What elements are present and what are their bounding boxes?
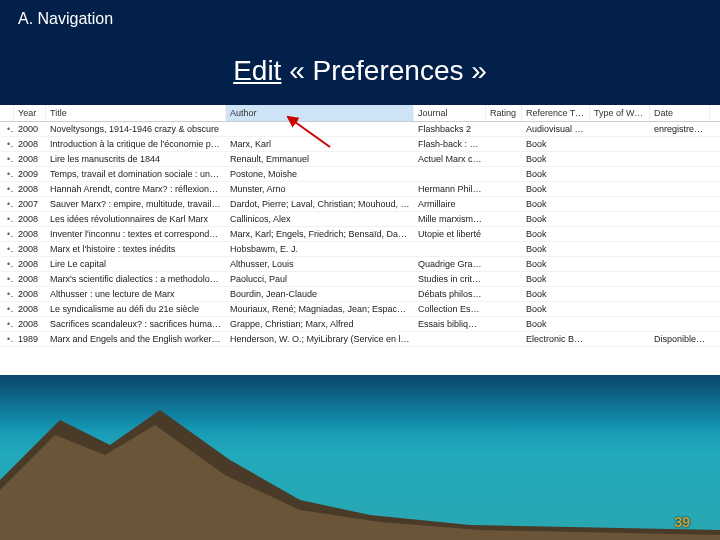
cell-author: Mouriaux, René; Magniadas, Jean; Espaces…	[226, 303, 414, 315]
cell-date	[650, 278, 710, 280]
table-row[interactable]: 2008Les idées révolutionnaires de Karl M…	[0, 212, 720, 227]
section-label: A. Navigation	[18, 10, 113, 28]
cell-typeofwork	[590, 293, 650, 295]
cell-reftype: Book	[522, 273, 590, 285]
cell-rating	[486, 338, 522, 340]
row-bullet	[0, 213, 14, 225]
table-row[interactable]: 2008Lire Le capitalAlthusser, LouisQuadr…	[0, 257, 720, 272]
cell-year: 2008	[14, 318, 46, 330]
cell-reftype: Book	[522, 243, 590, 255]
cell-typeofwork	[590, 128, 650, 130]
cell-rating	[486, 263, 522, 265]
cell-typeofwork	[590, 143, 650, 145]
col-typeofwork[interactable]: Type of Work	[590, 105, 650, 121]
cell-reftype: Book	[522, 228, 590, 240]
cell-year: 2009	[14, 168, 46, 180]
col-year[interactable]: Year	[14, 105, 46, 121]
cell-journal: Flashbacks 2	[414, 123, 486, 135]
cell-typeofwork	[590, 263, 650, 265]
cell-reftype: Book	[522, 138, 590, 150]
cell-reftype: Audiovisual Ma...	[522, 123, 590, 135]
cell-year: 2008	[14, 228, 46, 240]
cell-title: Marx et l'histoire : textes inédits	[46, 243, 226, 255]
cell-journal: Utopie et liberté	[414, 228, 486, 240]
cell-author: Hobsbawm, E. J.	[226, 243, 414, 255]
table-row[interactable]: 2008Lire les manuscrits de 1844Renault, …	[0, 152, 720, 167]
reference-table: Year Title Author Journal Rating Referen…	[0, 105, 720, 375]
table-row[interactable]: 2009Temps, travail et domination sociale…	[0, 167, 720, 182]
row-bullet	[0, 168, 14, 180]
cell-author	[226, 128, 414, 130]
cell-rating	[486, 143, 522, 145]
cell-title: Les idées révolutionnaires de Karl Marx	[46, 213, 226, 225]
cell-author: Bourdin, Jean-Claude	[226, 288, 414, 300]
cell-title: Sauver Marx? : empire, multitude, travai…	[46, 198, 226, 210]
cell-year: 2008	[14, 273, 46, 285]
row-bullet	[0, 333, 14, 345]
col-title[interactable]: Title	[46, 105, 226, 121]
table-row[interactable]: 2007Sauver Marx? : empire, multitude, tr…	[0, 197, 720, 212]
col-date[interactable]: Date	[650, 105, 710, 121]
table-row[interactable]: 2000Noveltysongs, 1914-1946 crazy & obsc…	[0, 122, 720, 137]
cell-year: 2000	[14, 123, 46, 135]
table-row[interactable]: 2008Hannah Arendt, contre Marx? : réflex…	[0, 182, 720, 197]
cell-date	[650, 293, 710, 295]
cell-reftype: Book	[522, 183, 590, 195]
cell-date	[650, 173, 710, 175]
cell-year: 2008	[14, 153, 46, 165]
col-journal[interactable]: Journal	[414, 105, 486, 121]
cell-typeofwork	[590, 203, 650, 205]
cell-reftype: Book	[522, 213, 590, 225]
cell-rating	[486, 128, 522, 130]
row-bullet	[0, 243, 14, 255]
edit-menu-label: Edit	[233, 55, 281, 86]
cell-author: Paolucci, Paul	[226, 273, 414, 285]
cell-year: 1989	[14, 333, 46, 345]
col-reftype[interactable]: Reference Type	[522, 105, 590, 121]
table-row[interactable]: 2008Le syndicalisme au défi du 21e siècl…	[0, 302, 720, 317]
row-bullet	[0, 288, 14, 300]
table-row[interactable]: 2008Sacrifices scandaleux? : sacrifices …	[0, 317, 720, 332]
cell-title: Marx and Engels and the English workers …	[46, 333, 226, 345]
table-row[interactable]: 2008Inventer l'inconnu : textes et corre…	[0, 227, 720, 242]
table-row[interactable]: 2008Marx et l'histoire : textes inéditsH…	[0, 242, 720, 257]
cell-rating	[486, 278, 522, 280]
cell-year: 2008	[14, 213, 46, 225]
table-row[interactable]: 2008Introduction à la critique de l'écon…	[0, 137, 720, 152]
cell-author: Renault, Emmanuel	[226, 153, 414, 165]
table-row[interactable]: 1989Marx and Engels and the English work…	[0, 332, 720, 347]
col-rating[interactable]: Rating	[486, 105, 522, 121]
cell-year: 2008	[14, 258, 46, 270]
table-row[interactable]: 2008Althusser : une lecture de MarxBourd…	[0, 287, 720, 302]
col-author[interactable]: Author	[226, 105, 414, 121]
cell-journal: Armillaire	[414, 198, 486, 210]
cell-author: Henderson, W. O.; MyiLibrary (Service en…	[226, 333, 414, 345]
cell-rating	[486, 173, 522, 175]
cell-title: Sacrifices scandaleux? : sacrifices huma…	[46, 318, 226, 330]
cell-author: Postone, Moishe	[226, 168, 414, 180]
cell-title: Le syndicalisme au défi du 21e siècle	[46, 303, 226, 315]
cell-date	[650, 158, 710, 160]
cell-journal: Mille marxismes	[414, 213, 486, 225]
cell-author: Dardot, Pierre; Laval, Christian; Mouhou…	[226, 198, 414, 210]
cell-journal: Studies in critic...	[414, 273, 486, 285]
cell-year: 2008	[14, 183, 46, 195]
cell-rating	[486, 188, 522, 190]
table-row[interactable]: 2008Marx's scientific dialectics : a met…	[0, 272, 720, 287]
cell-date	[650, 248, 710, 250]
cell-journal	[414, 248, 486, 250]
cell-journal: Collection Espa...	[414, 303, 486, 315]
cell-date: Disponible en f...	[650, 333, 710, 345]
cell-reftype: Book	[522, 168, 590, 180]
cell-journal: Essais bibliques	[414, 318, 486, 330]
cell-reftype: Book	[522, 198, 590, 210]
cell-journal: Débats philoso...	[414, 288, 486, 300]
cell-title: Marx's scientific dialectics : a methodo…	[46, 273, 226, 285]
cell-reftype: Book	[522, 153, 590, 165]
cell-author: Callinicos, Alex	[226, 213, 414, 225]
cell-title: Inventer l'inconnu : textes et correspon…	[46, 228, 226, 240]
cell-author: Munster, Arno	[226, 183, 414, 195]
cell-typeofwork	[590, 278, 650, 280]
cell-title: Introduction à la critique de l'économie…	[46, 138, 226, 150]
cell-title: Noveltysongs, 1914-1946 crazy & obscure	[46, 123, 226, 135]
